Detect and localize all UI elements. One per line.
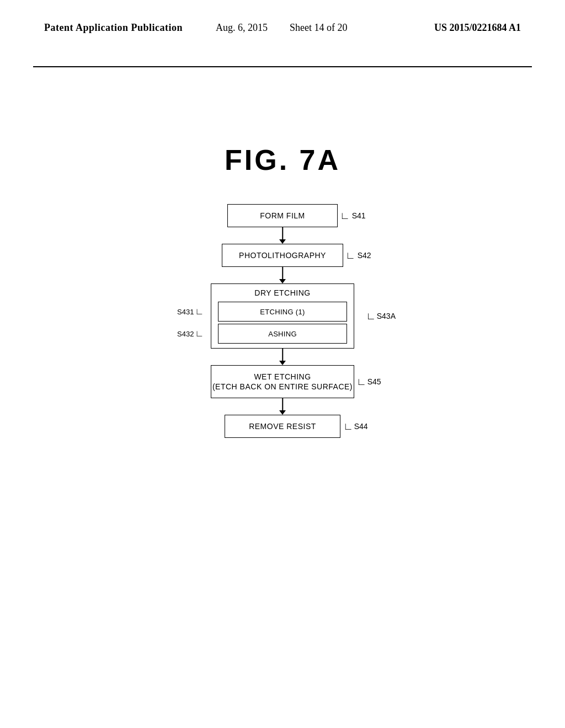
photolithography-label: PHOTOLITHOGRAPHY <box>239 250 326 260</box>
header: Patent Application Publication Aug. 6, 2… <box>0 22 565 34</box>
remove-resist-label: REMOVE RESIST <box>249 421 316 431</box>
wet-etching-label: WET ETCHING (ETCH BACK ON ENTIRE SURFACE… <box>212 372 353 392</box>
s43a-text: S43A <box>377 312 396 320</box>
publication-title: Patent Application Publication <box>44 22 183 34</box>
step-s44: REMOVE RESIST ∟ S44 <box>145 415 420 438</box>
s45-label-container: ∟ S45 <box>356 377 381 387</box>
s44-label-container: ∟ S44 <box>343 421 368 431</box>
step-s43a: DRY ETCHING S431 ∟ ETCHING (1) S432 <box>145 283 420 349</box>
ashing-box: ASHING <box>218 324 347 344</box>
patent-number: US 2015/0221684 A1 <box>434 22 521 34</box>
s41-label: S41 <box>352 211 366 220</box>
page: Patent Application Publication Aug. 6, 2… <box>0 0 565 728</box>
s43a-label: ∟ S43A <box>366 311 396 321</box>
wet-etching-box: WET ETCHING (ETCH BACK ON ENTIRE SURFACE… <box>211 365 354 398</box>
s432-side-label: S432 ∟ <box>177 329 204 339</box>
s44-label: S44 <box>354 422 368 431</box>
s432-text: S432 <box>177 330 194 338</box>
arrow-3 <box>227 349 338 365</box>
remove-resist-box: REMOVE RESIST <box>225 415 340 438</box>
figure-title: FIG. 7A <box>225 143 340 176</box>
arrow-1 <box>227 227 338 244</box>
form-film-label: FORM FILM <box>260 211 305 221</box>
s431-text: S431 <box>177 308 194 316</box>
etching1-label: ETCHING (1) <box>260 308 305 316</box>
s45-label: S45 <box>367 377 381 386</box>
sub-step-s431: S431 ∟ ETCHING (1) <box>218 302 347 322</box>
step-s41: FORM FILM ∟ S41 <box>145 204 420 227</box>
photolithography-box: PHOTOLITHOGRAPHY <box>222 244 343 267</box>
step-s42: PHOTOLITHOGRAPHY ∟ S42 <box>145 244 420 267</box>
publication-date: Aug. 6, 2015 <box>216 22 268 34</box>
sub-step-s432: S432 ∟ ASHING <box>218 324 347 344</box>
etching1-box: ETCHING (1) <box>218 302 347 322</box>
header-divider <box>33 66 532 67</box>
arrow-4 <box>227 398 338 415</box>
s431-side-label: S431 ∟ <box>177 307 204 317</box>
s42-label: S42 <box>358 251 371 260</box>
form-film-box: FORM FILM <box>227 204 338 227</box>
ashing-label: ASHING <box>268 330 297 338</box>
dry-etching-title: DRY ETCHING <box>218 288 347 297</box>
sheet-info: Sheet 14 of 20 <box>290 22 347 34</box>
dry-etching-outer-box: DRY ETCHING S431 ∟ ETCHING (1) S432 <box>211 283 354 349</box>
arrow-2 <box>227 267 338 283</box>
step-s45: WET ETCHING (ETCH BACK ON ENTIRE SURFACE… <box>145 365 420 398</box>
